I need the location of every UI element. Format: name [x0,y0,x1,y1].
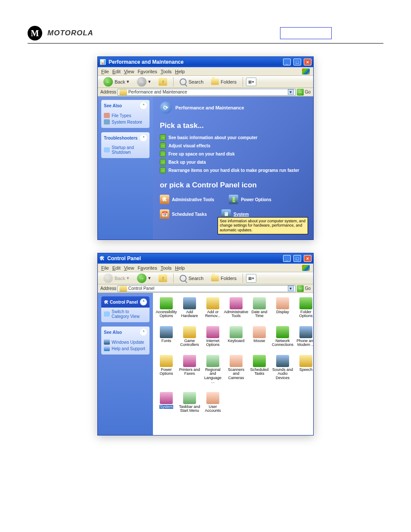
maximize-button[interactable]: □ [293,59,301,65]
sidebar-windows-update[interactable]: Windows Update [104,339,147,345]
cp-icon-fonts[interactable]: Fonts [156,326,177,347]
close-button[interactable]: × [304,255,311,262]
cp-icon-power-options[interactable]: Power Options [156,355,177,384]
back-button: ←Back▾ [100,272,132,285]
address-value: Performance and Maintenance [128,90,187,94]
applet-label: Fonts [162,339,171,343]
cp-icon-printers-and-faxes[interactable]: Printers and Faxes [179,355,200,384]
sidebar-item-file-types[interactable]: File Types [104,113,147,118]
views-button[interactable]: ▦▾ [246,274,256,283]
troubleshooters-head[interactable]: Troubleshooters˄ [101,132,149,143]
address-bar: Address Control Panel ▾ → Go [98,284,313,293]
menu-edit[interactable]: Edit [112,265,121,271]
search-button[interactable]: Search [177,77,206,87]
menu-view[interactable]: View [124,69,134,74]
cp-icon-add-hardware[interactable]: Add Hardware [179,297,200,318]
go-label[interactable]: Go [305,286,311,291]
cp-icon-scheduled-tasks[interactable]: Scheduled Tasks [249,355,270,384]
cp-scheduled-tasks[interactable]: 📅Scheduled Tasks [160,209,207,219]
cp-icon-game-controllers[interactable]: Game Controllers [179,326,200,347]
applet-label: Printers and Faxes [179,368,200,376]
back-button[interactable]: ←Back▾ [100,75,132,88]
forward-button[interactable]: →▾ [134,75,154,88]
forward-button[interactable]: →▾ [134,272,154,285]
admin-tools-icon: 🛠 [160,195,169,204]
cp-icon-taskbar-and-start-menu[interactable]: Taskbar and Start Menu [179,392,200,413]
menu-help[interactable]: Help [175,69,185,74]
cp-icon-sounds-and-audio-devices[interactable]: Sounds and Audio Devices [272,355,293,384]
close-button[interactable]: × [304,59,311,65]
cp-icon-speech[interactable]: Speech [295,355,313,384]
applet-icon [183,297,196,309]
go-label[interactable]: Go [305,90,311,94]
up-button[interactable] [156,76,170,87]
cp-icon-user-accounts[interactable]: User Accounts [202,392,224,413]
sidebar-item-system-restore[interactable]: System Restore [104,119,147,124]
folders-button[interactable]: Folders [208,77,240,87]
task-link[interactable]: →Back up your data [160,159,306,165]
search-button[interactable]: Search [177,273,206,283]
up-button[interactable] [156,273,170,284]
menu-fav[interactable]: Favorites [137,69,157,74]
minimize-button[interactable]: _ [283,255,291,262]
menu-file[interactable]: File [101,69,109,74]
control-panel-head[interactable]: 🛠Control Panel ˄ [101,296,149,308]
menu-tools[interactable]: Tools [161,69,172,74]
minimize-button[interactable]: _ [283,59,291,65]
address-dropdown-icon[interactable]: ▾ [288,89,294,95]
folders-button[interactable]: Folders [208,274,240,283]
see-also-head[interactable]: See Also˄ [101,100,149,111]
titlebar[interactable]: 📊 Performance and Maintenance _ □ × [98,57,313,67]
go-button-icon[interactable]: → [297,285,304,292]
cp-icon-folder-options[interactable]: Folder Options [295,297,313,318]
chevron-up-icon[interactable]: ˄ [140,299,147,305]
cp-icon-internet-options[interactable]: Internet Options [202,326,224,347]
screenshot-performance: 📊 Performance and Maintenance _ □ × File… [97,56,314,240]
applet-icon [253,326,266,338]
sidebar-item-startup-shutdown[interactable]: Startup and Shutdown [104,145,147,155]
cp-icon-administrative-tools[interactable]: Administrative Tools [225,297,247,318]
task-link[interactable]: →Adjust visual effects [160,143,306,149]
cp-icon-display[interactable]: Display [272,297,293,318]
task-link[interactable]: →Rearrange items on your hard disk to ma… [160,167,306,173]
address-input[interactable]: Control Panel ▾ [118,285,296,292]
cp-icon-network-connections[interactable]: Network Connections [272,326,293,347]
cp-icon-add-or-remov[interactable]: Add or Remov... [202,297,224,318]
cp-icon-scanners-and-cameras[interactable]: Scanners and Cameras [225,355,247,384]
cp-admin-tools[interactable]: 🛠Administrative Tools [160,195,214,204]
menu-file[interactable]: File [101,265,109,271]
forward-icon: → [137,274,146,283]
cp-icon-system[interactable]: System [156,392,177,413]
cp-icon-mouse[interactable]: Mouse [249,326,270,347]
menu-fav[interactable]: Favorites [137,265,157,271]
cp-icon-date-and-time[interactable]: Date and Time [249,297,270,318]
applet-icon [253,297,266,309]
cp-power-options[interactable]: 🔋Power Options [229,195,271,204]
see-also-head[interactable]: See Also˄ [101,327,149,338]
go-button-icon[interactable]: → [297,89,304,96]
menu-edit[interactable]: Edit [112,69,121,74]
address-input[interactable]: Performance and Maintenance ▾ [118,89,296,96]
address-dropdown-icon[interactable]: ▾ [288,286,294,291]
chevron-up-icon[interactable]: ˄ [140,134,147,141]
back-icon: ← [103,274,113,283]
menu-tools[interactable]: Tools [161,265,172,271]
search-icon [180,78,187,85]
applet-label: Power Options [156,368,177,376]
menu-view[interactable]: View [124,265,134,271]
cp-icon-accessibility-options[interactable]: Accessibility Options [156,297,177,318]
switch-view-icon [104,311,110,317]
chevron-up-icon[interactable]: ˄ [140,102,147,109]
chevron-up-icon[interactable]: ˄ [140,329,147,336]
cp-icon-phone-and-modem[interactable]: Phone and Modem ... [295,326,313,347]
menu-help[interactable]: Help [175,265,185,271]
cp-icon-regional-and-language[interactable]: Regional and Language ... [202,355,224,384]
views-button[interactable]: ▦▾ [246,78,256,86]
maximize-button[interactable]: □ [293,255,301,262]
sidebar-switch-category[interactable]: Switch to Category View [104,309,147,319]
titlebar[interactable]: 🛠 Control Panel _ □ × [98,253,313,264]
cp-icon-keyboard[interactable]: Keyboard [225,326,247,347]
sidebar-help-support[interactable]: Help and Support [104,346,147,351]
task-link[interactable]: →See basic information about your comput… [160,134,306,140]
task-link[interactable]: →Free up space on your hard disk [160,151,306,157]
